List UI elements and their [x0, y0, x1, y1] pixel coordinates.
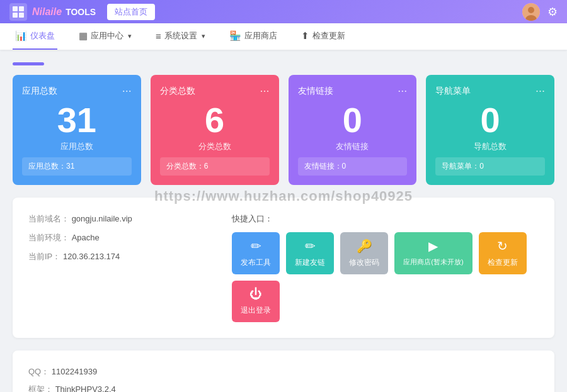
- info-panel: 当前域名： gongju.nilaile.vip 当前环境： Apache 当前…: [13, 198, 554, 338]
- info-domain: 当前域名： gongju.nilaile.vip: [28, 213, 181, 225]
- stat-bottom-cats: 分类总数：6: [160, 157, 270, 176]
- stat-card-header-nav: 导航菜单 ···: [435, 84, 545, 98]
- stat-label-apps: 应用总数: [22, 141, 132, 152]
- quick-btn-store[interactable]: ▶ 应用商店(暂未开放): [394, 232, 472, 274]
- nav-update-label: 检查更新: [312, 30, 345, 42]
- stat-title-nav: 导航菜单: [435, 86, 471, 97]
- nav-dashboard-label: 仪表盘: [30, 30, 55, 42]
- nav-app-store-label: 应用商店: [244, 30, 277, 42]
- stat-card-links: 友情链接 ··· 0 友情链接 友情链接：0: [289, 75, 417, 185]
- stat-title-cats: 分类总数: [160, 86, 195, 97]
- stat-number-cats: 6: [160, 103, 270, 138]
- avatar[interactable]: [522, 3, 540, 21]
- quick-access: 快捷入口： ✏ 发布工具 ✏ 新建友链 🔑 修改密码 ▶ 应用商店(暂未开放): [232, 213, 539, 322]
- svg-rect-1: [19, 6, 24, 11]
- framework-label: 框架：: [28, 384, 53, 392]
- app-store-icon: 🏪: [229, 30, 241, 42]
- nav-settings[interactable]: ≡ 系统设置 ▾: [153, 23, 208, 50]
- password-icon: 🔑: [357, 238, 372, 254]
- stat-dots-cats[interactable]: ···: [260, 84, 269, 98]
- header: Nilaile TOOLS 站点首页 ⚙: [0, 0, 567, 23]
- framework-value: ThinkPHPV3.2.4: [55, 384, 116, 392]
- logo-tools: TOOLS: [66, 7, 96, 17]
- nav-app-center[interactable]: ▦ 应用中心 ▾: [76, 23, 134, 50]
- main-content: 应用总数 ··· 31 应用总数 应用总数：31 分类总数 ··· 6 分类总数…: [0, 50, 567, 392]
- stat-dots-apps[interactable]: ···: [122, 84, 132, 98]
- info-env: 当前环境： Apache: [28, 232, 181, 244]
- stat-label-cats: 分类总数: [160, 141, 270, 152]
- stat-bottom-links: 友情链接：0: [298, 157, 408, 176]
- nav-dashboard[interactable]: 📊 仪表盘: [13, 23, 57, 50]
- store-label: 应用商店(暂未开放): [403, 257, 463, 267]
- nav-update[interactable]: ⬆ 检查更新: [299, 23, 348, 50]
- logout-label: 退出登录: [241, 305, 271, 316]
- stat-dots-links[interactable]: ···: [398, 84, 407, 98]
- publish-label: 发布工具: [241, 257, 271, 268]
- update-btn-label: 检查更新: [488, 257, 518, 268]
- nav-bar: 📊 仪表盘 ▦ 应用中心 ▾ ≡ 系统设置 ▾ 🏪 应用商店 ⬆ 检查更新: [0, 23, 567, 50]
- password-label: 修改密码: [349, 257, 379, 268]
- header-right: ⚙: [522, 3, 558, 21]
- stat-bottom-nav: 导航菜单：0: [435, 157, 545, 176]
- quick-btn-publish[interactable]: ✏ 发布工具: [232, 232, 280, 274]
- home-button[interactable]: 站点首页: [107, 4, 155, 20]
- stat-title-apps: 应用总数: [22, 86, 57, 97]
- header-left: Nilaile TOOLS 站点首页: [9, 3, 155, 21]
- publish-icon: ✏: [251, 238, 261, 254]
- stat-label-nav: 导航总数: [435, 141, 545, 152]
- stat-number-apps: 31: [22, 103, 132, 138]
- stat-dots-nav[interactable]: ···: [536, 84, 545, 98]
- update-icon: ⬆: [301, 30, 309, 42]
- newlink-icon: ✏: [305, 238, 316, 254]
- ip-label: 当前IP：: [28, 252, 60, 261]
- domain-value: gongju.nilaile.vip: [72, 214, 132, 223]
- quick-btns: ✏ 发布工具 ✏ 新建友链 🔑 修改密码 ▶ 应用商店(暂未开放) ↻ 检: [232, 232, 539, 322]
- qq-label: QQ：: [28, 367, 49, 376]
- info-ip: 当前IP： 120.36.213.174: [28, 251, 181, 262]
- env-label: 当前环境：: [28, 233, 69, 242]
- chevron-down-icon2: ▾: [202, 32, 205, 40]
- chevron-down-icon: ▾: [128, 32, 132, 40]
- store-icon: ▶: [428, 238, 438, 254]
- stat-number-links: 0: [298, 103, 408, 138]
- stat-card-apps: 应用总数 ··· 31 应用总数 应用总数：31: [13, 75, 141, 185]
- svg-rect-2: [13, 13, 18, 18]
- stat-card-header-cats: 分类总数 ···: [160, 84, 270, 98]
- env-value: Apache: [72, 233, 100, 242]
- logo-icon: [9, 3, 27, 21]
- info-left: 当前域名： gongju.nilaile.vip 当前环境： Apache 当前…: [28, 213, 181, 322]
- quick-btn-logout[interactable]: ⏻ 退出登录: [232, 281, 280, 322]
- dashboard-icon: 📊: [15, 30, 27, 42]
- quick-btn-newlink[interactable]: ✏ 新建友链: [286, 232, 334, 274]
- qq-value: 1102241939: [52, 367, 97, 376]
- settings-icon[interactable]: ⚙: [547, 5, 558, 19]
- settings-menu-icon: ≡: [156, 31, 161, 42]
- stat-card-header-apps: 应用总数 ···: [22, 84, 132, 98]
- newlink-label: 新建友链: [295, 257, 325, 268]
- logout-icon: ⏻: [249, 287, 262, 301]
- stat-number-nav: 0: [435, 103, 545, 138]
- bottom-qq: QQ： 1102241939: [28, 366, 539, 378]
- quick-access-title: 快捷入口：: [232, 213, 539, 225]
- stat-card-header-links: 友情链接 ···: [298, 84, 408, 98]
- svg-rect-3: [19, 13, 24, 18]
- quick-btn-update[interactable]: ↻ 检查更新: [479, 232, 527, 274]
- svg-rect-0: [13, 6, 18, 11]
- bottom-framework: 框架： ThinkPHPV3.2.4: [28, 384, 539, 392]
- scroll-indicator: [13, 62, 44, 65]
- bottom-panel: QQ： 1102241939 框架： ThinkPHPV3.2.4: [13, 350, 554, 392]
- quick-btn-password[interactable]: 🔑 修改密码: [340, 232, 388, 274]
- nav-app-store[interactable]: 🏪 应用商店: [227, 23, 280, 50]
- app-center-icon: ▦: [79, 30, 88, 42]
- svg-point-5: [528, 7, 534, 13]
- stat-card-categories: 分类总数 ··· 6 分类总数 分类总数：6: [151, 75, 279, 185]
- logo-brand: Nilaile: [32, 6, 62, 18]
- domain-label: 当前域名：: [28, 214, 69, 223]
- stat-title-links: 友情链接: [298, 86, 333, 97]
- stats-row: 应用总数 ··· 31 应用总数 应用总数：31 分类总数 ··· 6 分类总数…: [13, 75, 554, 185]
- update-btn-icon: ↻: [497, 238, 508, 254]
- header-logo: Nilaile TOOLS: [32, 6, 96, 18]
- ip-value: 120.36.213.174: [63, 252, 120, 261]
- nav-settings-label: 系统设置: [164, 30, 197, 42]
- stat-label-links: 友情链接: [298, 141, 408, 152]
